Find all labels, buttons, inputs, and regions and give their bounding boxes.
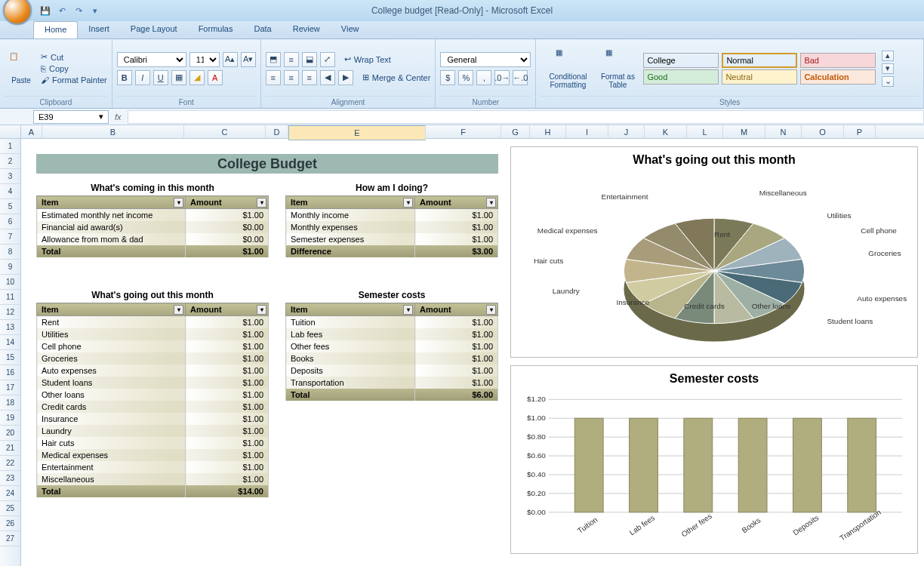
filter-icon[interactable]: ▾ <box>486 305 496 315</box>
select-all-corner[interactable] <box>0 125 21 138</box>
style-normal[interactable]: Normal <box>722 53 797 68</box>
wrap-text-button[interactable]: ↩Wrap Text <box>344 54 391 64</box>
col-header-A[interactable]: A <box>21 125 42 138</box>
format-painter-button[interactable]: 🖌Format Painter <box>41 75 107 85</box>
align-bottom-button[interactable]: ⬓ <box>302 52 317 67</box>
tab-view[interactable]: View <box>331 21 370 38</box>
row-header-1[interactable]: 1 <box>0 139 20 154</box>
conditional-formatting-button[interactable]: ▦ Conditional Formatting <box>541 42 595 94</box>
cell-item[interactable]: Insurance <box>37 413 186 425</box>
row-header-4[interactable]: 4 <box>0 184 20 199</box>
tab-home[interactable]: Home <box>33 21 78 38</box>
col-item[interactable]: Item▾ <box>286 303 415 316</box>
cell-item[interactable]: Deposits <box>286 365 415 377</box>
cell-amount[interactable]: $1.00 <box>186 209 269 222</box>
style-bad[interactable]: Bad <box>800 53 876 68</box>
cell-amount[interactable]: $1.00 <box>415 316 498 329</box>
cell-item[interactable]: Groceries <box>37 352 186 365</box>
style-neutral[interactable]: Neutral <box>722 69 797 85</box>
cell-item[interactable]: Hair cuts <box>37 437 186 449</box>
row-header-22[interactable]: 22 <box>0 456 20 471</box>
cell-item[interactable]: Rent <box>37 316 186 329</box>
align-right-button[interactable]: ≡ <box>302 70 317 85</box>
styles-more-button[interactable]: ⌄ <box>882 76 894 87</box>
col-header-N[interactable]: N <box>765 125 802 138</box>
cell-item[interactable]: Medical expenses <box>37 449 186 461</box>
tab-data[interactable]: Data <box>243 21 282 38</box>
align-top-button[interactable]: ⬒ <box>266 52 281 67</box>
filter-icon[interactable]: ▾ <box>257 305 266 315</box>
fx-icon[interactable]: fx <box>115 112 122 122</box>
col-header-J[interactable]: J <box>608 125 645 138</box>
qat-dropdown-icon[interactable]: ▾ <box>89 5 101 17</box>
cell-amount[interactable]: $1.00 <box>415 340 498 352</box>
row-header-25[interactable]: 25 <box>0 501 20 516</box>
col-header-E[interactable]: E <box>288 125 426 140</box>
cell-item[interactable]: Other fees <box>286 340 415 352</box>
cell-amount[interactable]: $1.00 <box>186 365 269 377</box>
cell-item[interactable]: Miscellaneous <box>37 473 186 485</box>
row-header-12[interactable]: 12 <box>0 305 20 320</box>
style-college[interactable]: College <box>643 53 719 68</box>
cell-item[interactable]: Utilities <box>37 328 186 340</box>
filter-icon[interactable]: ▾ <box>257 198 266 208</box>
cell-total-label[interactable]: Difference <box>286 245 415 257</box>
col-header-L[interactable]: L <box>687 125 723 138</box>
cell-item[interactable]: Student loans <box>37 377 186 389</box>
cell-total-value[interactable]: $6.00 <box>415 389 498 401</box>
col-header-C[interactable]: C <box>184 125 266 138</box>
row-header-6[interactable]: 6 <box>0 214 20 229</box>
fill-color-button[interactable]: ◢ <box>189 70 205 85</box>
cell-item[interactable]: Allowance from mom & dad <box>37 233 186 245</box>
col-amount[interactable]: Amount▾ <box>415 196 498 209</box>
style-calculation[interactable]: Calculation <box>800 69 876 85</box>
row-header-24[interactable]: 24 <box>0 486 20 501</box>
row-header-16[interactable]: 16 <box>0 365 20 380</box>
cell-amount[interactable]: $1.00 <box>415 221 498 233</box>
tab-formulas[interactable]: Formulas <box>188 21 244 38</box>
col-amount[interactable]: Amount▾ <box>186 196 269 209</box>
increase-indent-button[interactable]: ▶ <box>338 70 353 85</box>
decrease-decimal-button[interactable]: ←.0 <box>513 70 528 85</box>
filter-icon[interactable]: ▾ <box>486 198 496 208</box>
save-icon[interactable]: 💾 <box>39 5 51 17</box>
cell-item[interactable]: Tuition <box>286 316 415 329</box>
tab-review[interactable]: Review <box>282 21 331 38</box>
cell-amount[interactable]: $1.00 <box>186 340 269 352</box>
align-left-button[interactable]: ≡ <box>266 70 281 85</box>
row-header-2[interactable]: 2 <box>0 154 20 169</box>
row-header-9[interactable]: 9 <box>0 260 20 275</box>
cell-amount[interactable]: $1.00 <box>186 449 269 461</box>
format-as-table-button[interactable]: ▦ Format as Table <box>598 42 637 94</box>
cell-amount[interactable]: $1.00 <box>415 377 498 389</box>
number-format-select[interactable]: General <box>440 52 531 67</box>
cell-item[interactable]: Books <box>286 352 415 365</box>
col-item[interactable]: Item▾ <box>286 196 415 209</box>
cell-item[interactable]: Entertainment <box>37 461 186 473</box>
increase-decimal-button[interactable]: .0→ <box>494 70 510 85</box>
cell-total-value[interactable]: $1.00 <box>186 245 269 257</box>
font-color-button[interactable]: A <box>208 70 223 85</box>
cell-item[interactable]: Lab fees <box>286 328 415 340</box>
cell-amount[interactable]: $1.00 <box>186 377 269 389</box>
cell-item[interactable]: Semester expenses <box>286 233 415 245</box>
merge-center-button[interactable]: ⊞Merge & Center <box>362 72 431 82</box>
cell-amount[interactable]: $1.00 <box>186 389 269 401</box>
col-header-H[interactable]: H <box>530 125 566 138</box>
pie-chart[interactable]: What's going out this monthMiscellaneous… <box>510 146 918 358</box>
cell-amount[interactable]: $1.00 <box>186 328 269 340</box>
border-button[interactable]: ▦ <box>171 70 186 85</box>
col-header-G[interactable]: G <box>501 125 530 138</box>
styles-down-button[interactable]: ▾ <box>882 63 894 74</box>
col-header-M[interactable]: M <box>723 125 765 138</box>
row-header-27[interactable]: 27 <box>0 531 20 546</box>
cut-button[interactable]: ✂Cut <box>41 52 107 62</box>
col-item[interactable]: Item▾ <box>37 196 186 209</box>
currency-button[interactable]: $ <box>440 70 455 85</box>
row-header-14[interactable]: 14 <box>0 335 20 350</box>
col-amount[interactable]: Amount▾ <box>415 303 498 316</box>
row-header-5[interactable]: 5 <box>0 199 20 214</box>
row-header-18[interactable]: 18 <box>0 395 20 411</box>
cell-amount[interactable]: $0.00 <box>186 233 269 245</box>
cell-total-label[interactable]: Total <box>286 389 415 401</box>
